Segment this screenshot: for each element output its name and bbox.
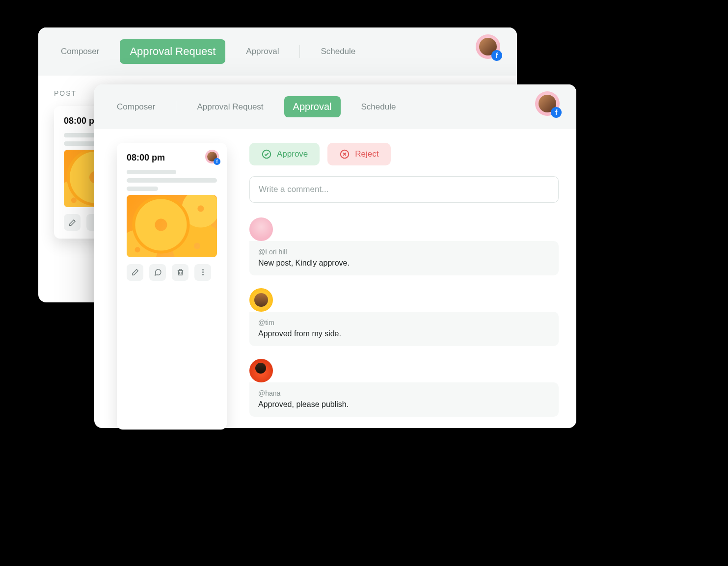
facebook-icon: f (491, 50, 502, 61)
avatar (249, 217, 273, 241)
more-button[interactable] (194, 264, 211, 281)
check-circle-icon (261, 149, 272, 160)
comment-body: @hana Approved, please publish. (249, 382, 559, 417)
comment-text: Approved, please publish. (258, 400, 550, 409)
comment-text: New post, Kindly approve. (258, 259, 550, 268)
comment-body: @Lori hill New post, Kindly approve. (249, 241, 559, 275)
svg-point-5 (202, 274, 203, 275)
approval-panel: Composer Approval Request Approval Sched… (94, 84, 576, 428)
profile-avatar[interactable]: f (476, 34, 500, 59)
facebook-icon: f (551, 107, 562, 118)
comment-text: Approved from my side. (258, 329, 550, 338)
tab-schedule[interactable]: Schedule (314, 43, 362, 60)
skeleton-line (127, 178, 217, 183)
delete-button[interactable] (172, 264, 189, 281)
edit-icon (131, 268, 139, 276)
approve-button[interactable]: Approve (249, 143, 320, 165)
comment-item: @hana Approved, please publish. (249, 359, 559, 417)
comment-input[interactable] (249, 176, 559, 203)
tab-approval-request[interactable]: Approval Request (190, 98, 270, 116)
tab-approval-request[interactable]: Approval Request (120, 39, 225, 64)
panel-body: f 08:00 pm (94, 129, 576, 447)
comment-handle: @Lori hill (258, 248, 550, 256)
reject-label: Reject (355, 149, 378, 159)
comment-item: @tim Approved from my side. (249, 288, 559, 346)
skeleton-line (127, 187, 158, 191)
comment-icon (154, 268, 162, 276)
comment-body: @tim Approved from my side. (249, 312, 559, 346)
facebook-icon: f (214, 158, 220, 165)
profile-avatar[interactable]: f (535, 91, 560, 116)
comment-item: @Lori hill New post, Kindly approve. (249, 217, 559, 275)
tab-separator (176, 101, 176, 113)
edit-button[interactable] (127, 264, 143, 281)
post-card: f 08:00 pm (117, 143, 227, 430)
tab-separator (299, 45, 300, 58)
action-buttons: Approve Reject (249, 143, 559, 165)
approval-area: Approve Reject @Lori hill New post, Kind… (249, 143, 559, 430)
x-circle-icon (339, 149, 350, 160)
tab-schedule[interactable]: Schedule (354, 98, 403, 116)
avatar (249, 359, 273, 382)
tab-composer[interactable]: Composer (54, 43, 106, 60)
comment-handle: @hana (258, 389, 550, 397)
post-image (127, 195, 217, 257)
comment-handle: @tim (258, 319, 550, 326)
card-actions (127, 264, 217, 281)
reject-button[interactable]: Reject (327, 143, 390, 165)
tab-approval[interactable]: Approval (284, 96, 341, 117)
more-icon (199, 268, 207, 276)
approve-label: Approve (277, 149, 308, 159)
trash-icon (176, 268, 185, 276)
svg-point-3 (202, 270, 203, 270)
tabbar-front: Composer Approval Request Approval Sched… (94, 84, 576, 129)
avatar (249, 288, 273, 312)
comment-button[interactable] (149, 264, 166, 281)
edit-icon (68, 218, 77, 227)
svg-point-4 (202, 272, 203, 273)
post-channel-avatar: f (205, 150, 219, 163)
skeleton-line (127, 170, 176, 174)
post-time: 08:00 pm (127, 153, 217, 163)
edit-button[interactable] (64, 214, 81, 231)
tab-approval[interactable]: Approval (239, 43, 286, 60)
tab-composer[interactable]: Composer (110, 98, 162, 116)
tabbar-back: Composer Approval Request Approval Sched… (38, 27, 517, 76)
